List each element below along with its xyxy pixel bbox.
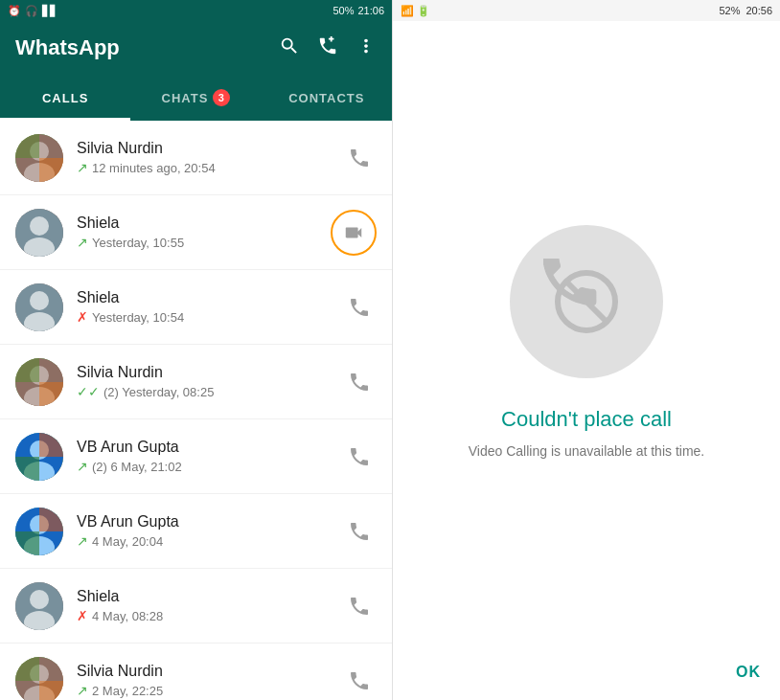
svg-rect-4: [39, 158, 63, 182]
missed-arrow-icon: ✗: [77, 309, 88, 325]
right-time: 20:56: [746, 5, 772, 16]
bluetooth-icon: 🎧: [25, 5, 38, 17]
call-item: Silvia Nurdin ↗ 12 minutes ago, 20:54: [0, 121, 392, 195]
call-phone-button[interactable]: [342, 365, 377, 399]
call-time: 12 minutes ago, 20:54: [92, 161, 216, 175]
call-info: Silvia Nurdin ✓✓ (2) Yesterday, 08:25: [77, 364, 342, 399]
error-title: Couldn't place call: [501, 407, 672, 432]
chats-badge: 3: [213, 89, 230, 106]
app-header: WhatsApp: [0, 21, 392, 75]
call-info: Shiela ↗ Yesterday, 10:55: [77, 215, 331, 250]
call-meta: ↗ 12 minutes ago, 20:54: [77, 160, 342, 175]
avatar: [15, 134, 63, 182]
call-info: Shiela ✗ Yesterday, 10:54: [77, 289, 342, 325]
call-info: Shiela ✗ 4 May, 08:28: [77, 588, 342, 623]
signal-icon: ▋▋: [42, 5, 57, 17]
call-phone-button[interactable]: [342, 589, 377, 623]
svg-rect-25: [39, 508, 63, 531]
call-name: Shiela: [77, 215, 331, 232]
outgoing-arrow-icon: ↗: [77, 160, 88, 175]
avatar: [15, 209, 63, 257]
call-info: VB Arun Gupta ↗ 4 May, 20:04: [77, 513, 342, 549]
svg-rect-15: [39, 382, 63, 406]
error-dialog: Couldn't place call Video Calling is una…: [393, 21, 780, 700]
avatar: [15, 433, 63, 481]
call-item: Shiela ✗ 4 May, 08:28: [0, 569, 392, 644]
video-call-button[interactable]: [331, 210, 377, 256]
svg-rect-33: [39, 681, 63, 701]
call-item: VB Arun Gupta ↗ (2) 6 May, 21:02: [0, 419, 392, 494]
error-subtitle: Video Calling is unavailable at this tim…: [469, 443, 704, 459]
call-meta: ↗ 4 May, 20:04: [77, 533, 342, 549]
tabs-bar: CALLS CHATS 3 CONTACTS: [0, 75, 392, 121]
call-time: 2 May, 22:25: [92, 684, 163, 698]
tab-calls[interactable]: CALLS: [0, 75, 130, 121]
call-time: (2) 6 May, 21:02: [92, 460, 182, 474]
call-phone-button[interactable]: [342, 290, 377, 325]
outgoing-arrow-icon: ↗: [77, 459, 88, 474]
avatar: [15, 657, 63, 701]
avatar: [15, 508, 63, 555]
call-item: Silvia Nurdin ✓✓ (2) Yesterday, 08:25: [0, 345, 392, 419]
svg-point-9: [30, 291, 49, 310]
search-icon[interactable]: [279, 35, 300, 61]
right-panel: 📶 🔋 52% 20:56 Couldn't place call Video …: [393, 0, 780, 700]
svg-rect-19: [15, 457, 39, 481]
right-status-icons: 📶 🔋: [401, 5, 430, 17]
call-time: 4 May, 08:28: [92, 609, 163, 623]
call-item: Silvia Nurdin ↗ 2 May, 22:25: [0, 644, 392, 700]
right-status-right: 52% 20:56: [719, 5, 772, 16]
tab-contacts[interactable]: CONTACTS: [262, 75, 392, 121]
call-meta: ✗ Yesterday, 10:54: [77, 309, 342, 325]
call-time: Yesterday, 10:55: [92, 236, 184, 250]
svg-point-6: [30, 216, 49, 236]
call-meta: ↗ 2 May, 22:25: [77, 683, 342, 698]
call-info: Silvia Nurdin ↗ 2 May, 22:25: [77, 663, 342, 698]
svg-rect-3: [15, 134, 39, 158]
call-list: Silvia Nurdin ↗ 12 minutes ago, 20:54: [0, 121, 392, 700]
ok-button[interactable]: OK: [736, 664, 761, 681]
status-bar-right-icons: 50% 21:06: [333, 5, 384, 16]
call-name: Silvia Nurdin: [77, 140, 342, 157]
outgoing-arrow-icon: ✓✓: [77, 384, 100, 399]
status-bar-left: ⏰ 🎧 ▋▋ 50% 21:06: [0, 0, 392, 21]
call-add-icon[interactable]: [317, 35, 338, 61]
call-info: VB Arun Gupta ↗ (2) 6 May, 21:02: [77, 439, 342, 474]
call-phone-button[interactable]: [342, 141, 377, 175]
svg-rect-14: [15, 358, 39, 382]
left-panel: ⏰ 🎧 ▋▋ 50% 21:06 WhatsApp CALLS: [0, 0, 393, 700]
call-time: (2) Yesterday, 08:25: [103, 385, 214, 399]
missed-arrow-icon: ✗: [77, 608, 88, 623]
header-actions: [279, 35, 377, 61]
time-left: 21:06: [357, 5, 384, 16]
call-item: Shiela ↗ Yesterday, 10:55: [0, 195, 392, 270]
outgoing-arrow-icon: ↗: [77, 683, 88, 698]
svg-rect-32: [15, 657, 39, 681]
status-bar-left-icons: ⏰ 🎧 ▋▋: [8, 5, 57, 17]
avatar: [15, 358, 63, 406]
call-item: Shiela ✗ Yesterday, 10:54: [0, 270, 392, 345]
outgoing-arrow-icon: ↗: [77, 235, 88, 250]
call-name: VB Arun Gupta: [77, 439, 342, 456]
call-name: Shiela: [77, 289, 342, 306]
alarm-icon: ⏰: [8, 5, 21, 17]
call-name: Silvia Nurdin: [77, 663, 342, 680]
call-meta: ✓✓ (2) Yesterday, 08:25: [77, 384, 342, 399]
battery-text: 50%: [333, 5, 354, 16]
call-time: 4 May, 20:04: [92, 534, 163, 549]
svg-point-27: [30, 590, 49, 609]
call-time: Yesterday, 10:54: [92, 310, 184, 325]
tab-chats[interactable]: CHATS 3: [130, 75, 261, 121]
call-name: Silvia Nurdin: [77, 364, 342, 381]
call-phone-button[interactable]: [342, 514, 377, 549]
phone-blocked-icon: [543, 259, 630, 345]
error-icon-circle: [510, 225, 663, 378]
svg-line-35: [566, 282, 607, 322]
more-options-icon[interactable]: [356, 35, 377, 61]
call-phone-button[interactable]: [342, 440, 377, 474]
avatar: [15, 582, 63, 630]
call-info: Silvia Nurdin ↗ 12 minutes ago, 20:54: [77, 140, 342, 175]
call-phone-button[interactable]: [342, 664, 377, 698]
right-status-bar: 📶 🔋 52% 20:56: [393, 0, 780, 21]
outgoing-arrow-icon: ↗: [77, 533, 88, 549]
